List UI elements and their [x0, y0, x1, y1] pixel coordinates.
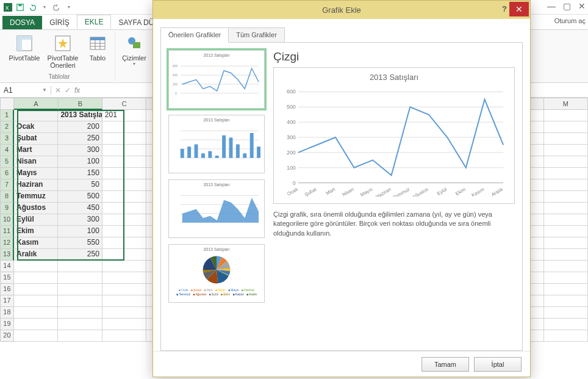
cell[interactable] [102, 121, 146, 133]
column-header[interactable]: B [59, 98, 102, 110]
cell[interactable] [544, 284, 588, 295]
cell[interactable] [14, 295, 58, 307]
row-header[interactable]: 10 [0, 214, 14, 226]
cell[interactable] [544, 319, 588, 330]
column-header[interactable]: M [544, 98, 588, 110]
cell[interactable] [544, 168, 588, 179]
cell[interactable] [544, 133, 588, 145]
undo-icon[interactable] [27, 2, 38, 13]
tab-recommended-charts[interactable]: Önerilen Grafikler [160, 27, 229, 43]
cell[interactable] [102, 261, 146, 272]
cell[interactable] [14, 272, 58, 284]
cell[interactable] [102, 249, 146, 261]
row-header[interactable]: 8 [0, 191, 14, 203]
thumb-area-chart[interactable]: 2013 Satışları [168, 179, 265, 238]
cell[interactable] [14, 284, 58, 295]
chart-preview-box[interactable]: 2013 Satışları 0100200300400500600 OcakŞ… [273, 67, 515, 204]
cell[interactable]: Kasım [14, 237, 58, 249]
cell[interactable] [102, 145, 146, 156]
row-header[interactable]: 13 [0, 249, 14, 261]
cell[interactable] [544, 237, 588, 249]
cell[interactable]: 450 [58, 203, 102, 214]
row-header[interactable]: 2 [0, 121, 14, 133]
cell[interactable] [544, 145, 588, 156]
column-header[interactable]: C [102, 98, 146, 110]
cell[interactable] [102, 226, 146, 237]
drawings-button[interactable]: Çizimler ▼ [119, 32, 149, 44]
cell[interactable]: 550 [58, 237, 102, 249]
cell[interactable]: 50 [58, 179, 102, 191]
cell[interactable] [544, 307, 588, 319]
cell[interactable] [544, 295, 588, 307]
cell[interactable]: 2013 Satışları [58, 110, 102, 121]
row-header[interactable]: 19 [0, 319, 14, 330]
row-header[interactable]: 12 [0, 237, 14, 249]
row-header[interactable]: 1 [0, 110, 14, 121]
cell[interactable] [58, 295, 102, 307]
tab-file[interactable]: DOSYA [2, 16, 42, 29]
row-header[interactable]: 17 [0, 295, 14, 307]
cell[interactable]: 100 [58, 226, 102, 237]
cell[interactable]: Aralık [14, 249, 58, 261]
cell[interactable] [58, 307, 102, 319]
cell[interactable]: 201 [102, 110, 146, 121]
qat-customize-icon[interactable]: ▼ [63, 2, 74, 13]
row-header[interactable]: 9 [0, 203, 14, 214]
sign-in-link[interactable]: Oturum aç [554, 17, 586, 24]
cell[interactable] [544, 249, 588, 261]
cell[interactable] [102, 272, 146, 284]
confirm-formula-icon[interactable]: ✓ [65, 86, 71, 95]
row-header[interactable]: 3 [0, 133, 14, 145]
cell[interactable]: Nisan [14, 156, 58, 168]
thumb-pie-chart[interactable]: 2013 Satışları OcakŞubatMartNisanMayısHa… [168, 244, 265, 303]
column-header[interactable]: A [14, 98, 58, 110]
cell[interactable] [102, 237, 146, 249]
cell[interactable] [102, 179, 146, 191]
row-header[interactable]: 18 [0, 307, 14, 319]
tab-insert[interactable]: EKLE [77, 15, 112, 29]
dialog-help-icon[interactable]: ? [502, 4, 507, 13]
select-all-cell[interactable] [0, 98, 14, 110]
cell[interactable] [544, 121, 588, 133]
close-window-button[interactable]: ✕ [578, 1, 586, 11]
cell[interactable] [544, 330, 588, 342]
redo-icon[interactable] [51, 2, 62, 13]
cell[interactable] [58, 284, 102, 295]
cell[interactable]: Eylül [14, 214, 58, 226]
cell[interactable] [102, 284, 146, 295]
cell[interactable] [102, 156, 146, 168]
cell[interactable]: 250 [58, 249, 102, 261]
row-header[interactable]: 14 [0, 261, 14, 272]
cell[interactable]: Temmuz [14, 191, 58, 203]
cell[interactable] [14, 307, 58, 319]
row-header[interactable]: 7 [0, 179, 14, 191]
cell[interactable]: Haziran [14, 179, 58, 191]
cell[interactable] [544, 179, 588, 191]
cell[interactable] [544, 214, 588, 226]
cell[interactable] [544, 226, 588, 237]
cancel-button[interactable]: İptal [474, 357, 522, 372]
cell[interactable] [544, 203, 588, 214]
cell[interactable] [58, 319, 102, 330]
cell[interactable]: 200 [58, 121, 102, 133]
cancel-formula-icon[interactable]: ✕ [55, 86, 61, 95]
cell[interactable]: 500 [58, 191, 102, 203]
cell[interactable] [102, 191, 146, 203]
cell[interactable] [58, 261, 102, 272]
cell[interactable]: Ocak [14, 121, 58, 133]
table-button[interactable]: Tablo [84, 32, 111, 44]
cell[interactable] [102, 203, 146, 214]
cell[interactable] [14, 319, 58, 330]
dialog-close-button[interactable]: ✕ [509, 2, 529, 16]
cell[interactable]: Ekim [14, 226, 58, 237]
tab-home[interactable]: GİRİŞ [42, 16, 77, 29]
ok-button[interactable]: Tamam [421, 357, 469, 372]
cell[interactable]: Mayıs [14, 168, 58, 179]
save-icon[interactable] [15, 2, 26, 13]
cell[interactable]: 150 [58, 168, 102, 179]
cell[interactable] [544, 191, 588, 203]
cell[interactable]: 100 [58, 156, 102, 168]
recommended-pivottables-button[interactable]: PivotTable Önerileri [44, 32, 82, 44]
thumb-bar-chart[interactable]: 2013 Satışları [168, 115, 265, 173]
cell[interactable] [102, 168, 146, 179]
